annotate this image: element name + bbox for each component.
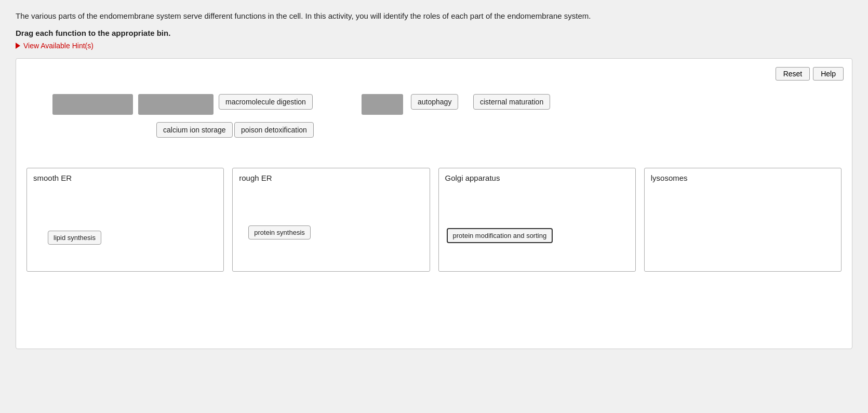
hint-toggle[interactable]: View Available Hint(s): [16, 42, 852, 50]
reset-button[interactable]: Reset: [776, 67, 810, 81]
chip-poison-detoxification[interactable]: poison detoxification: [234, 122, 314, 138]
gray-block-2: [138, 94, 213, 115]
chip-autophagy[interactable]: autophagy: [411, 94, 458, 110]
chip-cisternal-maturation[interactable]: cisternal maturation: [473, 94, 550, 110]
intro-text: The various parts of the endomembrane sy…: [16, 10, 852, 22]
gray-block-1: [52, 94, 133, 115]
bin-smooth-er-label: smooth ER: [33, 174, 217, 182]
bin-lysosomes-label: lysosomes: [651, 174, 835, 182]
chip-protein-modification-sorting[interactable]: protein modification and sorting: [447, 228, 553, 243]
gray-block-3: [362, 94, 403, 115]
activity-container: Reset Help macromolecule digestion autop…: [16, 58, 852, 349]
chip-macromolecule-digestion[interactable]: macromolecule digestion: [219, 94, 313, 110]
bin-rough-er[interactable]: rough ER protein synthesis: [232, 168, 430, 272]
bin-lysosomes[interactable]: lysosomes: [644, 168, 842, 272]
top-buttons: Reset Help: [776, 67, 844, 81]
chip-lipid-synthesis[interactable]: lipid synthesis: [48, 231, 101, 245]
bin-golgi-apparatus-label: Golgi apparatus: [445, 174, 629, 182]
chip-protein-synthesis[interactable]: protein synthesis: [248, 225, 311, 239]
chip-calcium-ion-storage[interactable]: calcium ion storage: [156, 122, 233, 138]
floating-items-area: macromolecule digestion autophagy cister…: [26, 90, 842, 152]
bin-golgi-apparatus[interactable]: Golgi apparatus protein modification and…: [438, 168, 636, 272]
bins-row: smooth ER lipid synthesis rough ER prote…: [26, 168, 842, 272]
hint-label: View Available Hint(s): [23, 42, 94, 50]
help-button[interactable]: Help: [813, 67, 844, 81]
bin-smooth-er[interactable]: smooth ER lipid synthesis: [26, 168, 224, 272]
hint-arrow-icon: [16, 43, 20, 49]
drag-instruction: Drag each function to the appropriate bi…: [16, 29, 852, 37]
bin-rough-er-label: rough ER: [239, 174, 423, 182]
